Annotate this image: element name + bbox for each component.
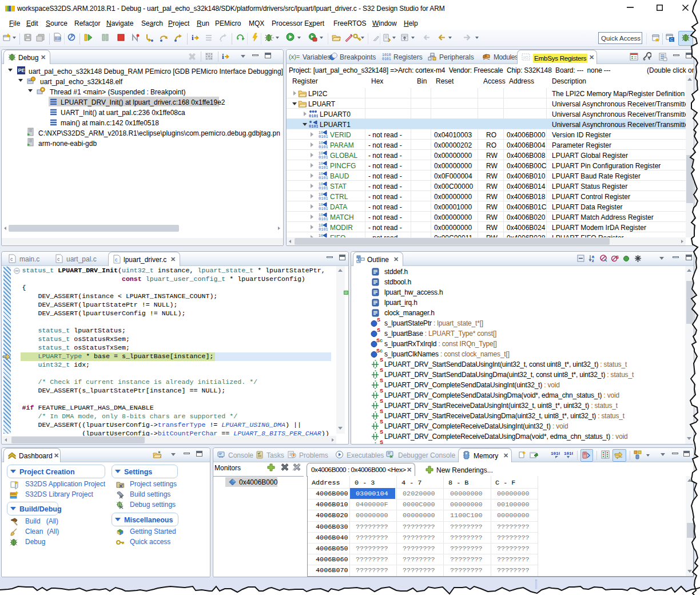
svg-text:1010: 1010: [551, 451, 560, 456]
svg-text:c: c: [10, 256, 13, 262]
svg-text:0101: 0101: [319, 165, 328, 170]
svg-text:0101: 0101: [309, 124, 318, 129]
svg-text:a: a: [592, 255, 594, 259]
svg-text:i: i: [222, 52, 224, 61]
svg-text:0101: 0101: [319, 176, 328, 180]
svg-text:z: z: [592, 259, 594, 263]
svg-text:0101: 0101: [319, 134, 328, 139]
svg-text:C: C: [670, 38, 673, 42]
svg-text:1010: 1010: [382, 53, 391, 57]
svg-text:0101: 0101: [319, 145, 328, 149]
svg-text:0101: 0101: [319, 217, 328, 221]
svg-text:1010: 1010: [564, 451, 573, 456]
svg-text:0101: 0101: [319, 196, 328, 201]
svg-text:0101: 0101: [319, 186, 328, 191]
svg-text:010: 010: [55, 37, 61, 41]
svg-text:i: i: [192, 33, 194, 42]
svg-text:c: c: [115, 257, 118, 263]
svg-text:c: c: [57, 256, 60, 262]
svg-text:0101: 0101: [319, 155, 328, 160]
svg-text:S: S: [616, 255, 619, 260]
svg-text:I/O: I/O: [523, 55, 528, 60]
svg-text:0101: 0101: [382, 57, 391, 61]
svg-text:0101: 0101: [309, 114, 318, 118]
svg-text:0101: 0101: [319, 207, 328, 211]
svg-text:0101: 0101: [319, 227, 328, 232]
svg-text:PE: PE: [18, 68, 25, 73]
